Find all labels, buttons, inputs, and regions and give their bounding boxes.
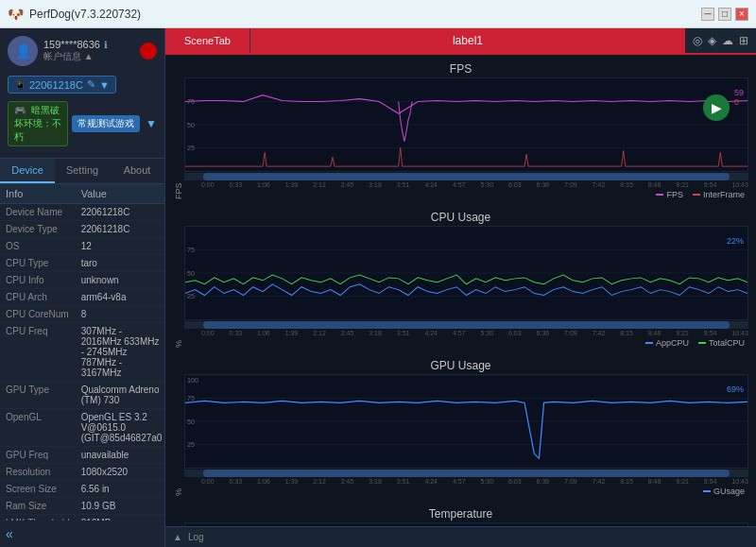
device-edit-icon[interactable]: ✎	[87, 78, 95, 91]
gpu-x-axis: 0:00 0:33 1:06 1:39 2:12 2:45 3:18 3:51 …	[184, 478, 748, 485]
table-row: CPU CoreNum8	[0, 306, 164, 323]
cpu-value-badge: 22%	[727, 236, 744, 246]
user-info: 159****8636 ℹ 帐户信息 ▲	[43, 39, 134, 63]
right-panel: SceneTab label1 ◎ ◈ ☁ ⊞ FPS FPS	[165, 28, 756, 547]
sidebar: 👤 159****8636 ℹ 帐户信息 ▲ 📱 22061218C ✎ ▼	[0, 28, 165, 547]
scene-label: label1	[250, 28, 685, 53]
table-row: CPU Freq307MHz - 2016MHz 633MHz - 2745MH…	[0, 323, 164, 382]
cpu-chart-container: CPU Usage % 75 50 25	[173, 207, 748, 350]
fps-y-label: FPS	[173, 77, 184, 201]
env-row: 🎮 暗黑破坏环境：不朽 常规测试游戏 ▼	[8, 97, 157, 150]
scene-tab-bar: SceneTab label1 ◎ ◈ ☁ ⊞	[165, 28, 756, 55]
device-tag[interactable]: 📱 22061218C ✎ ▼	[8, 76, 116, 94]
test-button[interactable]: 常规测试游戏	[72, 115, 140, 132]
svg-text:50: 50	[187, 419, 195, 425]
svg-text:75: 75	[187, 396, 195, 402]
avatar-icon: 👤	[15, 43, 31, 59]
log-arrow-icon[interactable]: ▲	[173, 532, 182, 542]
gpu-chart-title: GPU Usage	[173, 355, 748, 374]
cpu-chart: 75 50 25 22%	[184, 226, 748, 320]
temp-y-label: °C	[173, 522, 184, 526]
svg-text:25: 25	[187, 442, 195, 449]
gpu-chart: 100 75 50 25 69%	[184, 374, 748, 469]
tab-about[interactable]: About	[110, 159, 164, 183]
user-sub[interactable]: 帐户信息 ▲	[43, 50, 134, 63]
device-dropdown-icon[interactable]: ▼	[99, 79, 110, 91]
svg-text:25: 25	[187, 145, 195, 152]
env-dropdown-icon[interactable]: ▼	[146, 117, 157, 130]
window-controls[interactable]: ─ □ ×	[701, 8, 748, 21]
sidebar-tabs: Device Setting About	[0, 159, 164, 184]
env-icon: 🎮	[14, 105, 26, 115]
table-row: Device Name22061218C	[0, 204, 164, 221]
cpu-x-axis: 0:00 0:33 1:06 1:39 2:12 2:45 3:18 3:51 …	[184, 330, 748, 336]
cpu-chart-title: CPU Usage	[173, 207, 748, 226]
gpu-y-label: %	[173, 374, 184, 498]
fps-chart-container: FPS FPS 75 50	[173, 59, 748, 201]
title-bar: 🐶 PerfDog(v7.3.220732) ─ □ ×	[0, 0, 756, 28]
tab-device[interactable]: Device	[0, 159, 55, 183]
table-row: OS12	[0, 238, 164, 255]
play-icon: ▶	[712, 100, 722, 115]
user-row: 👤 159****8636 ℹ 帐户信息 ▲	[8, 36, 157, 66]
col-info: Info	[0, 184, 76, 204]
scene-icon-cloud[interactable]: ☁	[722, 34, 733, 47]
table-row: Screen Size6.56 in	[0, 481, 164, 498]
col-value: Value	[76, 184, 164, 204]
table-row: Ram Size10.9 GB	[0, 498, 164, 515]
scene-icon-target[interactable]: ◎	[693, 34, 702, 47]
close-button[interactable]: ×	[735, 8, 748, 21]
avatar: 👤	[8, 36, 38, 66]
svg-text:25: 25	[187, 294, 195, 300]
sidebar-collapse[interactable]: «	[0, 521, 164, 547]
temp-chart: 40 30 20 10 31°C	[184, 522, 748, 526]
gpu-legend: GUsage	[184, 485, 748, 498]
cpu-legend: AppCPU TotalCPU	[184, 336, 748, 350]
fps-chart: 75 50 25 59	[184, 77, 748, 172]
cpu-scroll[interactable]	[184, 321, 748, 329]
svg-text:50: 50	[187, 122, 195, 128]
fps-legend: FPS InterFrame	[184, 188, 748, 201]
device-row: 📱 22061218C ✎ ▼	[8, 72, 157, 97]
temp-chart-title: Temperature	[173, 504, 748, 522]
svg-text:50: 50	[187, 270, 195, 277]
scene-icon-diamond[interactable]: ◈	[708, 34, 716, 47]
fps-x-axis: 0:00 0:33 1:06 1:39 2:12 2:45 3:18 3:51 …	[184, 181, 748, 188]
fps-chart-title: FPS	[173, 59, 748, 77]
sidebar-header: 👤 159****8636 ℹ 帐户信息 ▲ 📱 22061218C ✎ ▼	[0, 28, 164, 159]
scene-icons: ◎ ◈ ☁ ⊞	[685, 34, 756, 47]
app-title: PerfDog(v7.3.220732)	[29, 8, 141, 21]
main-layout: 👤 159****8636 ℹ 帐户信息 ▲ 📱 22061218C ✎ ▼	[0, 28, 756, 547]
fps-scroll[interactable]	[184, 173, 748, 180]
gpu-scroll[interactable]	[184, 470, 748, 477]
tab-setting[interactable]: Setting	[55, 159, 110, 183]
scene-tab[interactable]: SceneTab	[165, 28, 250, 53]
maximize-button[interactable]: □	[718, 8, 731, 21]
log-bar: ▲ Log	[165, 526, 756, 547]
app-icon: 🐶	[8, 7, 24, 22]
minimize-button[interactable]: ─	[701, 8, 714, 21]
svg-text:75: 75	[187, 248, 195, 254]
table-row: OpenGLOpenGL ES 3.2 V@0615.0 (GIT@85d468…	[0, 409, 164, 447]
table-row: CPU Typetaro	[0, 255, 164, 272]
svg-text:75: 75	[187, 99, 195, 106]
user-name: 159****8636 ℹ	[43, 39, 134, 50]
scene-icon-grid[interactable]: ⊞	[739, 34, 748, 47]
env-tag: 🎮 暗黑破坏环境：不朽	[8, 101, 68, 146]
record-button[interactable]	[140, 43, 157, 60]
svg-text:40: 40	[187, 525, 195, 526]
collapse-arrow-icon: «	[6, 526, 13, 541]
log-label: Log	[188, 532, 204, 542]
device-icon: 📱	[14, 79, 26, 90]
table-row: Device Type22061218C	[0, 221, 164, 238]
temp-chart-container: Temperature °C 40 30 20	[173, 504, 748, 526]
gpu-chart-container: GPU Usage % 100 75 50	[173, 355, 748, 498]
table-row: CPU Infounknown	[0, 272, 164, 289]
table-row: Resolution1080x2520	[0, 464, 164, 481]
svg-text:100: 100	[187, 377, 198, 384]
fps-value-badge: 59 0	[734, 88, 744, 107]
info-table: Info Value Device Name22061218CDevice Ty…	[0, 184, 164, 521]
table-row: GPU TypeQualcomm Adreno (TM) 730	[0, 382, 164, 409]
gpu-value-badge: 69%	[727, 385, 744, 394]
user-info-icon: ℹ	[104, 40, 108, 50]
